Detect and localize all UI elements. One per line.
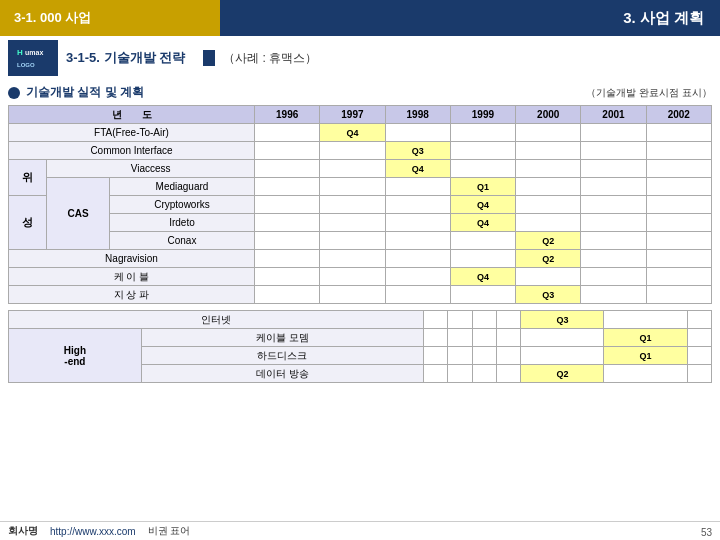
table-row: 인터넷 Q3 <box>9 311 712 329</box>
cell <box>516 160 581 178</box>
row-label-nagravision: Nagravision <box>9 250 255 268</box>
row-group-label-highend: High-end <box>9 329 142 383</box>
table-row: 위 Viaccess Q4 <box>9 160 712 178</box>
table-row: Conax Q2 <box>9 232 712 250</box>
row-label-data-broadcast: 데이터 방송 <box>141 365 423 383</box>
cell <box>497 311 521 329</box>
header-right-title: 3. 사업 계획 <box>220 0 720 36</box>
table-row: Irdeto Q4 <box>9 214 712 232</box>
cell <box>581 214 646 232</box>
cell <box>646 232 711 250</box>
cell <box>385 268 450 286</box>
cell: Q4 <box>450 196 515 214</box>
cell <box>581 142 646 160</box>
cell <box>581 124 646 142</box>
cell: Q1 <box>604 347 687 365</box>
cell <box>472 347 496 365</box>
th-1997: 1997 <box>320 106 385 124</box>
th-1996: 1996 <box>255 106 320 124</box>
cell <box>385 196 450 214</box>
cell <box>385 178 450 196</box>
th-2000: 2000 <box>516 106 581 124</box>
cell <box>450 142 515 160</box>
table-row: Common Interface Q3 <box>9 142 712 160</box>
header: 3-1. 000 사업 3. 사업 계획 <box>0 0 720 36</box>
cell <box>320 268 385 286</box>
cell <box>516 268 581 286</box>
cell <box>448 329 472 347</box>
table-row: 케 이 블 Q4 <box>9 268 712 286</box>
cell <box>385 232 450 250</box>
cell <box>255 250 320 268</box>
cell: Q2 <box>516 250 581 268</box>
cell <box>423 347 447 365</box>
section-bullet <box>8 87 20 99</box>
header-left-label: 3-1. 000 사업 <box>14 9 91 27</box>
row-label-terrestrial: 지 상 파 <box>9 286 255 304</box>
cell <box>423 311 447 329</box>
row-label-conax: Conax <box>109 232 254 250</box>
cell <box>255 160 320 178</box>
table-row: CAS Mediaguard Q1 <box>9 178 712 196</box>
cell <box>423 365 447 383</box>
cell <box>448 365 472 383</box>
cell <box>472 329 496 347</box>
cell <box>581 232 646 250</box>
cell <box>521 329 604 347</box>
svg-text:umax: umax <box>25 49 43 56</box>
example-text: （사례 : 휴맥스） <box>223 50 317 67</box>
cell: Q1 <box>604 329 687 347</box>
cell <box>450 160 515 178</box>
cell: Q4 <box>320 124 385 142</box>
th-2002: 2002 <box>646 106 711 124</box>
cell <box>581 196 646 214</box>
cell <box>581 160 646 178</box>
cell <box>320 142 385 160</box>
cell <box>516 142 581 160</box>
cell <box>423 329 447 347</box>
row-label-cryptoworks: Cryptoworks <box>109 196 254 214</box>
logo-box: H umax LOGO <box>8 40 58 76</box>
th-1998: 1998 <box>385 106 450 124</box>
cell <box>646 178 711 196</box>
table-row: 지 상 파 Q3 <box>9 286 712 304</box>
cell <box>320 250 385 268</box>
cell <box>472 365 496 383</box>
cell <box>320 160 385 178</box>
row-label-internet: 인터넷 <box>9 311 424 329</box>
cell <box>320 214 385 232</box>
cell: Q3 <box>385 142 450 160</box>
cell <box>448 347 472 365</box>
row-group-label-seong: 성 <box>9 196 47 250</box>
row-label-mediaguard: Mediaguard <box>109 178 254 196</box>
cell <box>581 250 646 268</box>
cell <box>497 347 521 365</box>
table-row: FTA(Free-To-Air) Q4 <box>9 124 712 142</box>
row-label-hdd: 하드디스크 <box>141 347 423 365</box>
cell <box>497 329 521 347</box>
cell <box>385 286 450 304</box>
row-label-cable: 케 이 블 <box>9 268 255 286</box>
cell <box>320 232 385 250</box>
cell <box>255 286 320 304</box>
cell <box>646 124 711 142</box>
cell <box>255 142 320 160</box>
cell <box>448 311 472 329</box>
cell <box>646 196 711 214</box>
cell <box>581 178 646 196</box>
page-number: 53 <box>701 527 712 538</box>
row-label-irdeto: Irdeto <box>109 214 254 232</box>
cell <box>320 178 385 196</box>
section-note: （기술개발 완료시점 표시） <box>586 86 712 100</box>
cell <box>450 286 515 304</box>
row-group-label-wi: 위 <box>9 160 47 196</box>
cell: Q2 <box>516 232 581 250</box>
cell <box>687 365 711 383</box>
cell <box>646 160 711 178</box>
cell: Q3 <box>521 311 604 329</box>
cell <box>385 124 450 142</box>
footer-url: http://www.xxx.com <box>50 526 136 537</box>
th-2001: 2001 <box>581 106 646 124</box>
table-row: 성 Cryptoworks Q4 <box>9 196 712 214</box>
logo-section: H umax LOGO 3-1-5. 기술개발 전략 （사례 : 휴맥스） <box>0 36 720 80</box>
